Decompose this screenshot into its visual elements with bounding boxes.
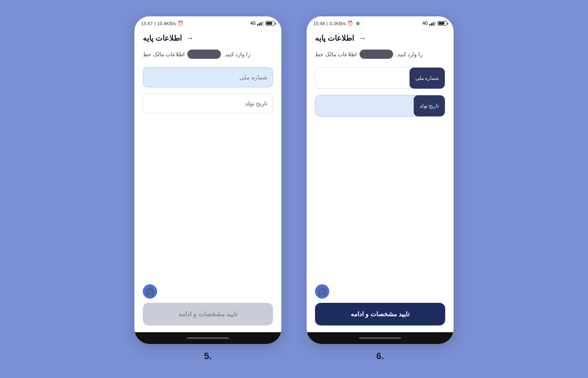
info-text-5: را وارد کنید. [223,51,250,58]
battery-icon-5 [265,21,275,26]
confirm-button-5[interactable]: تایید مشخصات و ادامه [143,303,273,326]
clock-icon-5: ⏰ [178,21,184,26]
bottom-section-5: 🎧 تایید مشخصات و ادامه [134,278,281,332]
nav-bar-5 [134,332,281,344]
phone-6: 15:48 | 0.3KB/s ⏰ 4G → اطلاعات پایه [307,16,454,344]
arrow-icon-6: → [358,34,366,42]
title-bar-5: → اطلاعات پایه [134,29,281,46]
info-badge-5 [187,50,221,59]
time-5: 15:47 [141,21,153,26]
signal-bars-5 [257,21,263,26]
status-right-6: 4G [423,21,447,26]
page-title-5: → اطلاعات پایه [143,34,194,43]
network-type-6: 4G [423,21,428,26]
birthdate-input-5[interactable] [143,93,273,113]
national-id-group-6: شماره ملی [315,67,445,89]
speed-val-6: 0.3KB/s [329,21,346,26]
clock-icon-6: ⏰ [347,21,353,26]
birthdate-wrapper-5: تاریخ تولد [143,93,273,113]
form-section-6: شماره ملی تاریخ تولد [307,62,454,278]
national-id-group-5 [143,67,273,87]
national-id-wrapper-5 [143,67,273,87]
info-label-6: اطلاعات مالک خط [315,51,357,58]
title-bar-6: → اطلاعات پایه [307,29,454,46]
status-right-5: 4G [250,21,275,26]
form-section-5: تاریخ تولد [134,62,281,278]
status-bar-5: 15:47 | 10.4KB/s ⏰ 4G [134,16,281,29]
status-bar-6: 15:48 | 0.3KB/s ⏰ 4G [307,16,454,29]
speed-5: | [155,21,156,26]
national-id-input-5[interactable] [143,67,273,87]
bottom-section-6: 🎧 تایید مشخصات و ادامه [307,278,454,332]
nav-indicator-5 [187,337,229,339]
info-line-5: را وارد کنید. اطلاعات مالک خط [134,46,281,62]
speed-sep-6: | [327,21,328,26]
info-text-6: را وارد کنید. [396,51,423,58]
page-number-5: 5. [204,351,212,362]
national-id-pill-label-6: شماره ملی [410,68,445,89]
phone-5: 15:47 | 10.4KB/s ⏰ 4G → اطلاعات پایه ر [134,16,281,344]
info-label-5: اطلاعات مالک خط [143,51,185,58]
national-id-field-6[interactable]: شماره ملی [315,67,445,89]
birthdate-group-6: تاریخ تولد [315,95,445,117]
time-6: 15:48 [313,21,325,26]
network-type-5: 4G [250,21,256,26]
info-badge-6 [360,50,393,59]
status-left-6: 15:48 | 0.3KB/s ⏰ [313,21,360,26]
page-title-6: → اطلاعات پایه [315,34,366,43]
green-dot-6 [356,22,360,25]
phone-6-wrapper: 15:48 | 0.3KB/s ⏰ 4G → اطلاعات پایه [307,16,454,362]
arrow-icon-5: → [186,34,194,42]
status-left-5: 15:47 | 10.4KB/s ⏰ [141,21,184,26]
confirm-button-6[interactable]: تایید مشخصات و ادامه [315,303,445,326]
battery-icon-6 [438,21,447,26]
support-icon-6[interactable]: 🎧 [315,284,329,299]
birthdate-field-6[interactable]: تاریخ تولد [315,95,445,117]
birthdate-group-5: تاریخ تولد [143,93,273,113]
nav-indicator-6 [359,337,401,339]
phone-5-wrapper: 15:47 | 10.4KB/s ⏰ 4G → اطلاعات پایه ر [134,16,281,362]
signal-bars-6 [429,21,436,26]
birthdate-pill-label-6: تاریخ تولد [414,95,445,116]
speed-val-5: 10.4KB/s [157,21,176,26]
page-number-6: 6. [376,351,384,362]
support-icon-5[interactable]: 🎧 [143,284,157,299]
info-line-6: را وارد کنید. اطلاعات مالک خط [307,46,454,62]
nav-bar-6 [307,332,454,344]
